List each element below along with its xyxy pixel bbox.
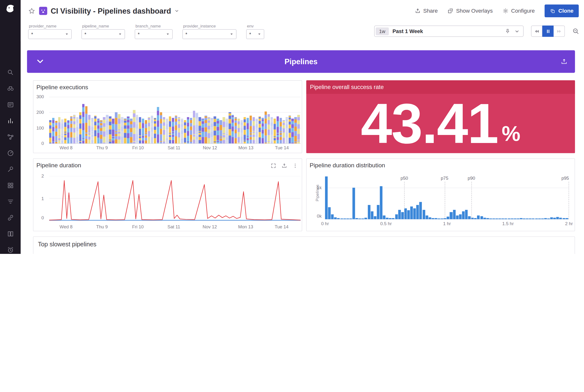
metrics-icon: [6, 117, 14, 125]
section-export-button[interactable]: [561, 58, 568, 65]
filter-bar: provider_name*pipeline_name*branch_name*…: [21, 22, 584, 41]
rewind-button[interactable]: [531, 26, 542, 37]
success-rate-value-wrap: 43.41 %: [306, 94, 575, 153]
configure-label: Configure: [511, 8, 535, 14]
template-variable-branch_name: branch_name*: [135, 22, 173, 39]
variable-label: env: [247, 24, 264, 28]
pin-icon[interactable]: [505, 28, 510, 34]
forward-button[interactable]: [554, 26, 565, 37]
template-variable-provider_name: provider_name*: [28, 22, 72, 39]
share-label: Share: [423, 8, 438, 14]
rewind-icon: [534, 28, 540, 34]
sidebar-item-metrics[interactable]: [0, 116, 21, 126]
widget-title: Pipeline duration: [36, 162, 81, 169]
events-icon: [6, 101, 14, 108]
y-axis: 0k1k: [312, 175, 324, 219]
template-variable-env: env*: [246, 22, 264, 39]
widget-pipeline-duration: Pipeline duration 012 Wed 8Thu 9Fri 10Sa…: [33, 158, 302, 231]
watchdog-icon: [6, 85, 14, 92]
title-caret-icon[interactable]: [174, 8, 179, 14]
share-button[interactable]: Share: [415, 8, 438, 14]
clone-button[interactable]: Clone: [544, 4, 579, 17]
duration-chart[interactable]: [49, 176, 301, 221]
percentile-line-p75: [445, 182, 445, 219]
percentile-label-p95: p95: [561, 176, 570, 181]
variable-select-provider_name[interactable]: *: [28, 29, 72, 39]
synthetics-icon: [6, 214, 14, 222]
success-rate-value: 43.41: [361, 95, 498, 152]
executions-chart[interactable]: [49, 97, 301, 143]
sidebar-item-service-map[interactable]: [0, 132, 21, 142]
template-variable-pipeline_name: pipeline_name*: [81, 22, 125, 39]
y-axis: 0100200300: [33, 97, 47, 143]
duration-line-chart: [49, 176, 301, 221]
sidebar-item-search[interactable]: [0, 68, 21, 77]
sidebar-item-apm[interactable]: [0, 148, 21, 158]
zoom-out-button[interactable]: [572, 28, 580, 34]
favorite-star-icon[interactable]: [28, 7, 35, 14]
x-axis: Wed 8Thu 9Fri 10Sat 11Nov 12Mon 13Tue 14: [49, 224, 301, 230]
sidebar-item-synthetics[interactable]: [0, 213, 21, 222]
percentile-line-p50: [404, 182, 405, 219]
sidebar-item-logs[interactable]: [0, 197, 21, 206]
share-icon: [415, 8, 421, 14]
zoom-out-icon: [572, 28, 580, 34]
export-icon[interactable]: [282, 163, 287, 168]
success-rate-unit: %: [502, 121, 521, 146]
widget-title: Pipeline duration distribution: [307, 159, 575, 169]
variable-label: pipeline_name: [82, 24, 125, 28]
variable-label: branch_name: [135, 24, 173, 28]
sidebar-item-monitors[interactable]: [0, 245, 21, 254]
percentile-label-p90: p90: [467, 176, 476, 181]
variable-value: *: [31, 31, 33, 37]
datadog-logo[interactable]: [0, 0, 21, 18]
sidebar-item-notebooks[interactable]: [0, 229, 21, 239]
variable-select-env[interactable]: *: [246, 29, 264, 39]
variable-value: *: [185, 31, 187, 37]
time-range-chip: 1w: [376, 27, 389, 35]
time-range-picker[interactable]: 1w Past 1 Week: [374, 26, 524, 37]
sidebar-item-ci[interactable]: [0, 164, 21, 174]
sidebar-item-integrations[interactable]: [0, 181, 21, 190]
topbar: CI Visibility - Pipelines dashboard Shar…: [21, 0, 584, 22]
export-icon: [561, 58, 568, 65]
expand-icon[interactable]: [271, 163, 276, 168]
show-overlays-button[interactable]: Show Overlays: [448, 8, 493, 14]
percentile-line-p95: [569, 182, 569, 219]
sidebar-item-events[interactable]: [0, 100, 21, 110]
time-controls: 1w Past 1 Week: [374, 26, 580, 37]
section-title: Pipelines: [27, 57, 575, 66]
widget-duration-distribution: Pipeline duration distribution Pipelines…: [306, 158, 575, 231]
search-icon: [6, 68, 14, 76]
x-axis: 0 hr0.5 hr1 hr1.5 hr2 hr: [325, 221, 569, 227]
pause-icon: [545, 28, 551, 34]
variable-select-pipeline_name[interactable]: *: [81, 29, 125, 39]
page-title: CI Visibility - Pipelines dashboard: [50, 6, 171, 15]
variable-value: *: [249, 31, 251, 37]
chevron-down-icon[interactable]: [514, 28, 520, 34]
topbar-actions: Share Show Overlays Configure Clone: [415, 4, 579, 17]
widget-title: Pipeline executions: [33, 81, 302, 91]
sidebar: [0, 0, 21, 254]
percentile-line-p90: [472, 182, 472, 219]
configure-button[interactable]: Configure: [503, 8, 535, 14]
pause-button[interactable]: [543, 26, 554, 37]
gear-icon: [503, 8, 509, 14]
widget-top-slowest-pipelines: Top slowest pipelines PIPELINE NAMECOUNT…: [33, 236, 575, 254]
widget-title: Top slowest pipelines: [33, 237, 575, 251]
time-range-label: Past 1 Week: [392, 28, 423, 34]
variable-select-branch_name[interactable]: *: [135, 29, 173, 39]
kebab-menu-icon[interactable]: [292, 163, 298, 168]
variable-value: *: [84, 31, 86, 37]
app-window: CI Visibility - Pipelines dashboard Shar…: [0, 0, 584, 254]
show-overlays-label: Show Overlays: [456, 8, 493, 14]
percentile-label-p75: p75: [440, 176, 449, 181]
clone-icon: [550, 8, 555, 14]
sidebar-nav: [0, 68, 21, 254]
distribution-chart[interactable]: p50p75p90p95: [325, 175, 569, 219]
variable-select-provider_instance[interactable]: *: [182, 29, 236, 39]
widget-pipeline-executions: Pipeline executions 0100200300 Wed 8Thu …: [33, 80, 302, 153]
caret-down-icon: [65, 32, 68, 36]
playback-controls: [531, 26, 565, 37]
sidebar-item-watchdog[interactable]: [0, 84, 21, 94]
